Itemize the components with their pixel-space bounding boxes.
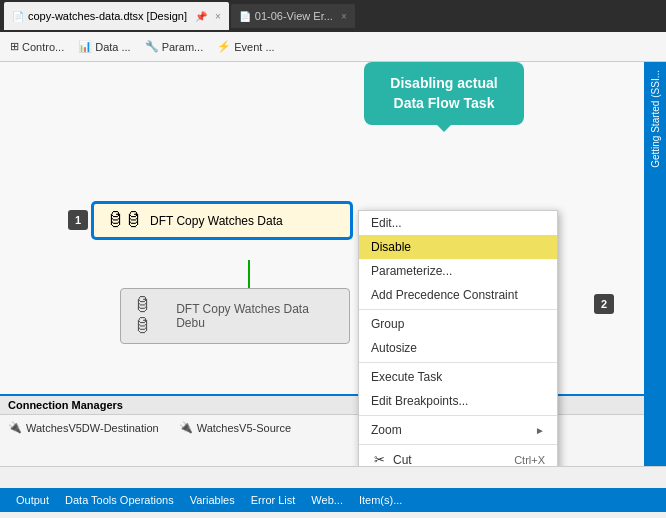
toolbar-control-flow[interactable]: ⊞ Contro... bbox=[4, 38, 70, 55]
status-tab-error-list[interactable]: Error List bbox=[243, 488, 304, 512]
active-tab-pin[interactable]: 📌 bbox=[195, 11, 207, 22]
ide-window: 📄 copy-watches-data.dtsx [Design] 📌 × 📄 … bbox=[0, 0, 666, 518]
db-src-icon: 🔌 bbox=[179, 421, 193, 434]
menu-item-edit[interactable]: Edit... bbox=[359, 211, 557, 235]
task1-icon: 🛢🛢 bbox=[106, 210, 142, 231]
conn-item-dest[interactable]: 🔌 WatchesV5DW-Destination bbox=[8, 421, 159, 434]
step-badge-2: 2 bbox=[594, 294, 614, 314]
table-icon: 📊 bbox=[78, 40, 92, 53]
zoom-arrow-icon: ► bbox=[535, 425, 545, 436]
active-tab-icon: 📄 bbox=[12, 11, 24, 22]
data-flow-label: Data ... bbox=[95, 41, 130, 53]
group-label: Group bbox=[371, 317, 404, 331]
disable-label: Disable bbox=[371, 240, 411, 254]
task-box-1[interactable]: 🛢🛢 DFT Copy Watches Data bbox=[92, 202, 352, 239]
menu-item-execute-task[interactable]: Execute Task bbox=[359, 365, 557, 389]
status-tab-web[interactable]: Web... bbox=[303, 488, 351, 512]
parameterize-label: Parameterize... bbox=[371, 264, 452, 278]
active-tab-label: copy-watches-data.dtsx [Design] bbox=[28, 10, 187, 22]
right-panel[interactable]: Getting Started (SSI... bbox=[644, 62, 666, 466]
db-dest-icon: 🔌 bbox=[8, 421, 22, 434]
cut-icon: ✂ bbox=[371, 452, 387, 466]
context-menu: Edit... Disable Parameterize... Add Prec… bbox=[358, 210, 558, 466]
inactive-tab-label: 01-06-View Er... bbox=[255, 10, 333, 22]
active-tab-close[interactable]: × bbox=[215, 11, 221, 22]
tab-inactive[interactable]: 📄 01-06-View Er... × bbox=[231, 4, 355, 28]
conn-dest-label: WatchesV5DW-Destination bbox=[26, 422, 159, 434]
menu-sep-4 bbox=[359, 444, 557, 445]
menu-item-disable[interactable]: Disable bbox=[359, 235, 557, 259]
task-box-2[interactable]: 🛢🛢 DFT Copy Watches Data Debu bbox=[120, 288, 350, 344]
menu-item-zoom[interactable]: Zoom ► bbox=[359, 418, 557, 442]
menu-item-cut[interactable]: ✂ Cut Ctrl+X bbox=[359, 447, 557, 466]
toolbar-data-flow[interactable]: 📊 Data ... bbox=[72, 38, 136, 55]
inactive-tab-icon: 📄 bbox=[239, 11, 251, 22]
task2-label: DFT Copy Watches Data Debu bbox=[176, 302, 337, 330]
design-canvas[interactable]: Disabling actual Data Flow Task 1 🛢🛢 DFT… bbox=[0, 62, 644, 466]
execute-task-label: Execute Task bbox=[371, 370, 442, 384]
toolbar-event-handlers[interactable]: ⚡ Event ... bbox=[211, 38, 280, 55]
add-precedence-label: Add Precedence Constraint bbox=[371, 288, 518, 302]
menu-item-edit-breakpoints[interactable]: Edit Breakpoints... bbox=[359, 389, 557, 413]
menu-sep-3 bbox=[359, 415, 557, 416]
zoom-label: Zoom bbox=[371, 423, 402, 437]
edit-label: Edit... bbox=[371, 216, 402, 230]
grid-icon: ⊞ bbox=[10, 40, 19, 53]
menu-item-parameterize[interactable]: Parameterize... bbox=[359, 259, 557, 283]
tab-bar: 📄 copy-watches-data.dtsx [Design] 📌 × 📄 … bbox=[0, 0, 666, 32]
callout-tooltip: Disabling actual Data Flow Task bbox=[364, 62, 524, 125]
params-icon: 🔧 bbox=[145, 40, 159, 53]
menu-item-group[interactable]: Group bbox=[359, 312, 557, 336]
step-badge-1: 1 bbox=[68, 210, 88, 230]
event-handlers-label: Event ... bbox=[234, 41, 274, 53]
callout-text: Disabling actual Data Flow Task bbox=[390, 75, 497, 111]
right-panel-label: Getting Started (SSI... bbox=[650, 70, 661, 168]
task1-label: DFT Copy Watches Data bbox=[150, 214, 283, 228]
edit-breakpoints-label: Edit Breakpoints... bbox=[371, 394, 468, 408]
event-icon: ⚡ bbox=[217, 40, 231, 53]
status-tab-variables[interactable]: Variables bbox=[182, 488, 243, 512]
parameters-label: Param... bbox=[162, 41, 204, 53]
cut-label: Cut bbox=[393, 453, 514, 467]
menu-item-autosize[interactable]: Autosize bbox=[359, 336, 557, 360]
status-text: Item(s)... bbox=[351, 494, 410, 506]
control-flow-label: Contro... bbox=[22, 41, 64, 53]
toolbar-parameters[interactable]: 🔧 Param... bbox=[139, 38, 210, 55]
autosize-label: Autosize bbox=[371, 341, 417, 355]
toolbar: ⊞ Contro... 📊 Data ... 🔧 Param... ⚡ Even… bbox=[0, 32, 666, 62]
task2-icon: 🛢🛢 bbox=[133, 295, 168, 337]
menu-sep-1 bbox=[359, 309, 557, 310]
output-bar bbox=[0, 466, 666, 488]
cut-shortcut: Ctrl+X bbox=[514, 454, 545, 466]
conn-item-src[interactable]: 🔌 WatchesV5-Source bbox=[179, 421, 291, 434]
menu-item-add-precedence[interactable]: Add Precedence Constraint bbox=[359, 283, 557, 307]
flow-connector bbox=[248, 260, 250, 290]
inactive-tab-close[interactable]: × bbox=[341, 11, 347, 22]
conn-src-label: WatchesV5-Source bbox=[197, 422, 291, 434]
menu-sep-2 bbox=[359, 362, 557, 363]
tab-active[interactable]: 📄 copy-watches-data.dtsx [Design] 📌 × bbox=[4, 2, 229, 30]
status-tab-output[interactable]: Output bbox=[8, 488, 57, 512]
main-area: Disabling actual Data Flow Task 1 🛢🛢 DFT… bbox=[0, 62, 666, 466]
status-tab-data-tools[interactable]: Data Tools Operations bbox=[57, 488, 182, 512]
status-bar: Output Data Tools Operations Variables E… bbox=[0, 488, 666, 512]
